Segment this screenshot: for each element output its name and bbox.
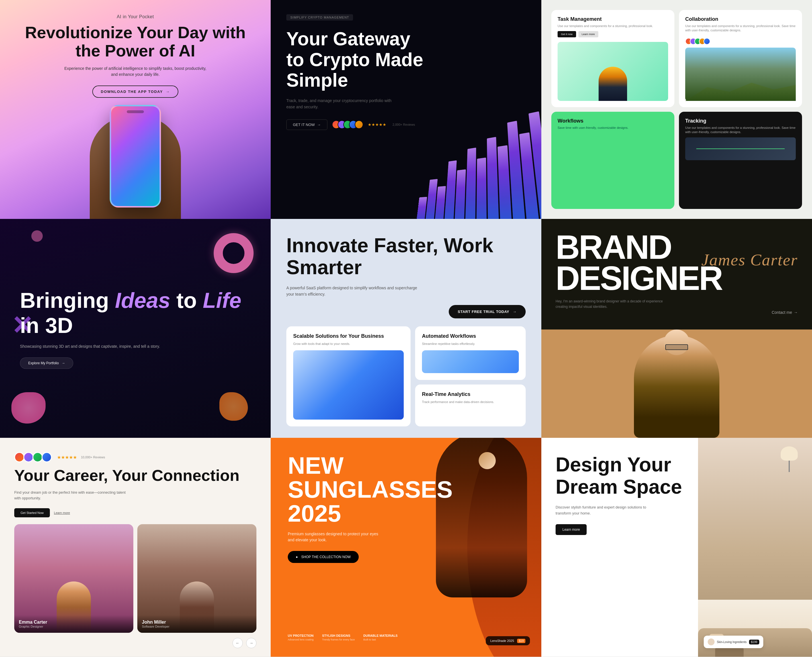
ai-label: AI in Your Pocket: [117, 14, 154, 19]
get-it-now-button[interactable]: GET IT NOW →: [286, 120, 328, 130]
lamp-shade: [781, 446, 798, 461]
badge-price: $199: [749, 640, 759, 645]
table-illustration: [715, 648, 744, 657]
john-profile-card: John Miller Software Developer: [137, 524, 256, 633]
room-image: [698, 438, 812, 600]
face-circle: [479, 452, 496, 469]
bar-8: [487, 137, 499, 219]
analytics-card: Real-Time Analytics Track performance an…: [415, 385, 526, 427]
brand-cursive-name: James Carter: [702, 250, 798, 269]
analytics-desc: Track performance and make data-driven d…: [422, 400, 519, 405]
lamp-decoration: [784, 446, 795, 469]
career-avatar-4: [42, 452, 52, 462]
workflows-desc: Streamline repetitive tasks effortlessly…: [422, 341, 519, 346]
durable-feature-desc: Built to last: [363, 638, 397, 641]
chart-line: [696, 148, 785, 149]
arrow-icon: →: [317, 123, 321, 127]
stylish-feature-desc: Trendy frames for every face: [322, 638, 355, 641]
emma-profile-card: Emma Carter Graphic Designer: [14, 524, 134, 633]
contact-me-label: Contact me: [772, 310, 792, 314]
start-trial-button[interactable]: START FREE TRIAL TODAY →: [449, 305, 526, 318]
bar-5: [454, 169, 466, 219]
ideas-title-italic1: Ideas: [115, 288, 170, 312]
review-count: 2,000+ Reviews: [393, 123, 415, 126]
mountain-image: [685, 48, 796, 101]
john-profile-overlay: John Miller Software Developer: [137, 615, 256, 633]
prev-arrow-button[interactable]: ←: [233, 638, 243, 648]
uv-feature-desc: Advanced lens coating: [288, 638, 314, 641]
john-role: Software Developer: [142, 625, 252, 628]
career-avatar-2: [23, 452, 34, 462]
workflows-title: Workflows: [557, 118, 668, 124]
panel-career: ★★★★★ 10,000+ Reviews Your Career, Your …: [0, 438, 271, 657]
lamp-stand: [789, 461, 790, 472]
brand-description: Hey, I'm an award-winning brand designer…: [556, 299, 664, 310]
scalable-desc: Grow with tools that adapt to your needs…: [293, 341, 404, 346]
task-management-card: Task Management Use our templates and co…: [551, 10, 674, 107]
interior-left-content: Design Your Dream Space Discover stylish…: [541, 438, 698, 657]
career-star-rating: ★★★★★: [57, 455, 77, 460]
ideas-description: Showcasing stunning 3D art and designs t…: [20, 344, 160, 349]
crypto-title: Your Gateway to Crypto Made Simple: [286, 28, 429, 91]
shop-collection-button[interactable]: ● SHOP THE COLLECTION NOW: [288, 551, 359, 563]
person-glasses: [665, 344, 688, 350]
task-get-it-now-button[interactable]: Get it now: [557, 31, 576, 37]
star-rating: ★★★★★: [368, 122, 387, 127]
career-description: Find your dream job or the perfect hire …: [14, 490, 128, 501]
get-it-now-label: GET IT NOW: [293, 123, 315, 127]
tracking-desc: Use our templates and components for a s…: [685, 126, 796, 134]
crypto-description: Track, trade, and manage your cryptocurr…: [286, 98, 394, 110]
next-arrow-button[interactable]: →: [246, 638, 256, 648]
panel-brand-designer: BRAND DESIGNER James Carter Hey, I'm an …: [541, 219, 812, 438]
collab-avatar-5: [703, 38, 710, 45]
arrow-icon: →: [62, 361, 65, 365]
contact-me-button[interactable]: Contact me →: [772, 310, 798, 314]
explore-portfolio-button[interactable]: Explore My Portfolio →: [20, 357, 73, 369]
task-top-row: Task Management Use our templates and co…: [551, 10, 802, 107]
phone-notch: [127, 110, 144, 113]
person-body: [634, 335, 719, 438]
collaboration-avatars: [685, 38, 796, 45]
emma-profile-overlay: Emma Carter Graphic Designer: [14, 615, 134, 633]
uv-protection-feature: UV PROTECTION Advanced lens coating: [288, 634, 314, 641]
learn-more-button[interactable]: Learn more: [556, 524, 587, 535]
sunglasses-title: NEW SUNGLASSES 2025: [288, 453, 396, 525]
task-learn-more-button[interactable]: Learn more: [578, 31, 598, 37]
shop-circle-icon: ●: [296, 555, 298, 559]
collab-card-title: Collaboration: [685, 16, 796, 22]
sofa-area: Skin-Loving Ingredients $199: [698, 600, 812, 657]
career-avatar-1: [14, 452, 25, 462]
stylish-designs-feature: STYLISH DESIGNS Trendy frames for every …: [322, 634, 355, 641]
saas-features: Scalable Solutions for Your Business Gro…: [286, 326, 526, 427]
panel-crypto: SIMPLIFY CRYPTO MANAGEMENT Your Gateway …: [271, 0, 541, 219]
arrow-icon: →: [513, 310, 517, 314]
ideas-title-italic2: Life: [203, 288, 241, 312]
emma-profile-bg: Emma Carter Graphic Designer: [14, 524, 134, 633]
get-started-button[interactable]: Get Started Now: [14, 508, 50, 517]
uv-feature-title: UV PROTECTION: [288, 634, 314, 637]
phone-illustration: [110, 105, 161, 207]
start-trial-label: START FREE TRIAL TODAY: [458, 310, 509, 314]
learn-more-button[interactable]: Learn more: [54, 511, 70, 514]
stylish-feature-title: STYLISH DESIGNS: [322, 634, 355, 637]
task-bottom-row: Workflows Save time with user-friendly, …: [551, 112, 802, 209]
panel-saas: Innovate Faster, Work Smarter A powerful…: [271, 219, 541, 438]
task-card-title: Task Management: [557, 16, 668, 22]
ideas-title: Bringing Ideas to Life in 3D: [20, 288, 251, 338]
durable-materials-feature: DURABLE MATERIALS Built to last: [363, 634, 397, 641]
shop-collection-label: SHOP THE COLLECTION NOW: [301, 555, 351, 559]
ideas-title-part1: Bringing: [20, 288, 115, 312]
mountain-shape: [685, 78, 796, 101]
bar-4: [444, 160, 457, 219]
badge-name: LensShade 2025: [490, 639, 514, 643]
panel-ai-app: AI in Your Pocket Revolutionize Your Day…: [0, 0, 271, 219]
panel-interior: Design Your Dream Space Discover stylish…: [541, 438, 812, 657]
person-illustration: [599, 67, 627, 101]
john-name: John Miller: [142, 620, 252, 625]
user-avatars: [332, 120, 363, 129]
avatar-5: [355, 120, 363, 129]
scalable-solutions-card: Scalable Solutions for Your Business Gro…: [286, 326, 411, 427]
career-title: Your Career, Your Connection: [14, 466, 256, 484]
workflows-desc: Save time with user-friendly, customizab…: [557, 126, 668, 130]
career-review-count: 10,000+ Reviews: [81, 456, 105, 459]
